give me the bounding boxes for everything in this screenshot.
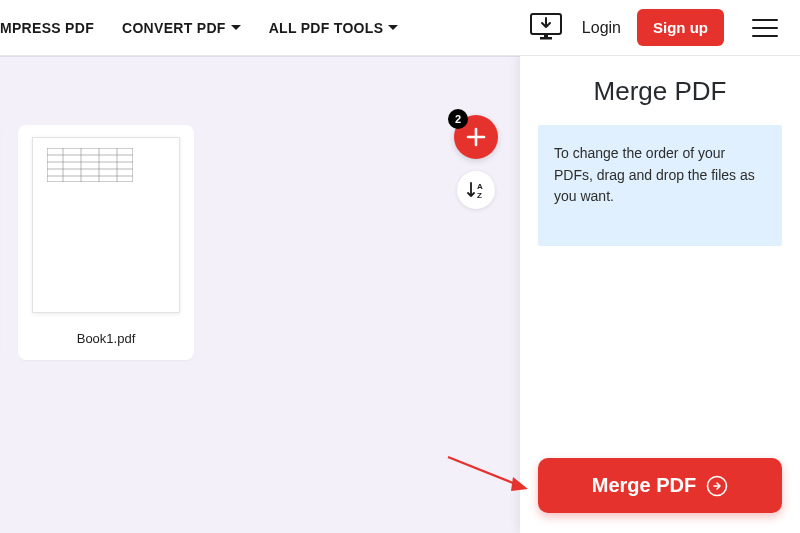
file-preview: [32, 137, 180, 313]
sidebar: Merge PDF To change the order of your PD…: [520, 56, 800, 533]
file-card[interactable]: Book1.pdf: [18, 125, 194, 360]
hamburger-menu-icon[interactable]: [746, 9, 784, 47]
svg-rect-3: [47, 148, 133, 182]
sidebar-title: Merge PDF: [520, 76, 800, 107]
table-thumbnail-icon: [47, 148, 133, 182]
nav-right: Login Sign up: [526, 8, 784, 48]
chevron-down-icon: [388, 25, 398, 31]
arrow-right-circle-icon: [706, 475, 728, 497]
nav-all-pdf-tools[interactable]: ALL PDF TOOLS: [269, 20, 399, 36]
download-desktop-icon[interactable]: [526, 8, 566, 48]
nav-label: MPRESS PDF: [0, 20, 94, 36]
sort-az-button[interactable]: A Z: [457, 171, 495, 209]
login-link[interactable]: Login: [582, 19, 621, 37]
nav-convert-pdf[interactable]: CONVERT PDF: [122, 20, 241, 36]
info-box: To change the order of your PDFs, drag a…: [538, 125, 782, 246]
file-count-badge: 2: [448, 109, 468, 129]
file-cards: Book1.pdf: [0, 57, 520, 360]
svg-text:Z: Z: [477, 191, 482, 200]
nav-left: MPRESS PDF CONVERT PDF ALL PDF TOOLS: [0, 20, 398, 36]
sort-az-icon: A Z: [466, 180, 486, 200]
plus-icon: [465, 126, 487, 148]
nav-label: CONVERT PDF: [122, 20, 226, 36]
svg-rect-2: [544, 34, 548, 38]
svg-text:A: A: [477, 182, 483, 191]
workspace: Book1.pdf 2 A Z: [0, 56, 520, 533]
signup-button[interactable]: Sign up: [637, 9, 724, 46]
merge-pdf-button[interactable]: Merge PDF: [538, 458, 782, 513]
nav-label: ALL PDF TOOLS: [269, 20, 384, 36]
header: MPRESS PDF CONVERT PDF ALL PDF TOOLS Log…: [0, 0, 800, 56]
content: Book1.pdf 2 A Z Merge PDF To change th: [0, 56, 800, 533]
chevron-down-icon: [231, 25, 241, 31]
file-name: Book1.pdf: [77, 331, 136, 346]
nav-compress-pdf[interactable]: MPRESS PDF: [0, 20, 94, 36]
merge-button-label: Merge PDF: [592, 474, 696, 497]
add-file-button[interactable]: 2: [454, 115, 498, 159]
floating-buttons: 2 A Z: [454, 115, 498, 209]
